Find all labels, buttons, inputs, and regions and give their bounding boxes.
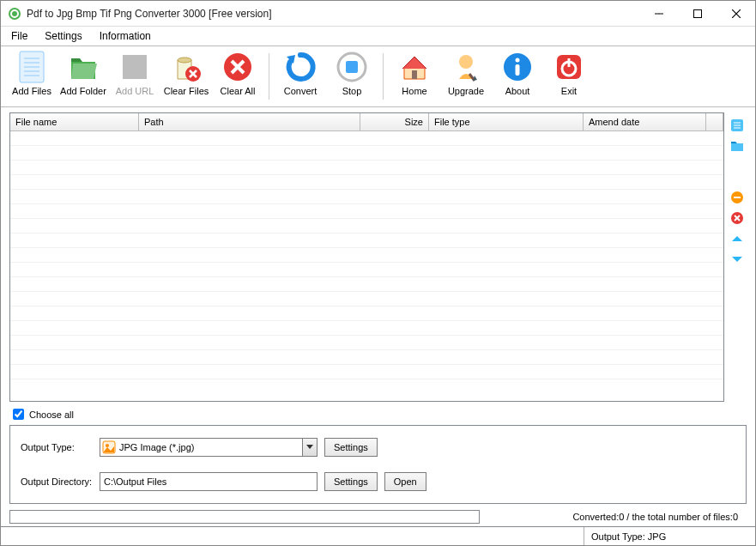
exit-label: Exit xyxy=(561,86,577,96)
col-path[interactable]: Path xyxy=(139,113,360,130)
upgrade-button[interactable]: Upgrade xyxy=(440,48,492,105)
clear-files-icon xyxy=(169,50,203,84)
menu-settings[interactable]: Settings xyxy=(41,28,85,44)
toolbar: Add Files Add Folder Add URL Clear Files… xyxy=(1,46,755,107)
upgrade-label: Upgrade xyxy=(448,86,484,96)
table-row xyxy=(10,131,723,146)
url-icon xyxy=(118,50,152,84)
stop-icon xyxy=(335,50,369,84)
convert-label: Convert xyxy=(284,86,318,96)
exit-icon xyxy=(552,50,586,84)
table-row xyxy=(10,365,723,379)
table-row xyxy=(10,321,723,336)
table-row xyxy=(10,248,723,263)
table-row xyxy=(10,219,723,234)
table-row xyxy=(10,175,723,190)
menu-bar: File Settings Information xyxy=(1,27,755,46)
svg-point-12 xyxy=(178,58,191,63)
clear-files-button[interactable]: Clear Files xyxy=(160,48,212,105)
side-delete-icon[interactable] xyxy=(729,210,745,226)
table-header: File name Path Size File type Amend date xyxy=(10,113,723,131)
side-move-down-icon[interactable] xyxy=(729,252,745,267)
choose-all-input[interactable] xyxy=(13,409,24,420)
about-label: About xyxy=(505,86,530,96)
clear-all-label: Clear All xyxy=(221,86,256,96)
table-row xyxy=(10,190,723,204)
side-buttons xyxy=(724,112,750,425)
table-row xyxy=(10,146,723,161)
home-button[interactable]: Home xyxy=(389,48,440,105)
add-folder-button[interactable]: Add Folder xyxy=(57,48,109,105)
svg-rect-11 xyxy=(123,55,147,79)
col-amend-date[interactable]: Amend date xyxy=(584,113,706,130)
col-file-name[interactable]: File name xyxy=(10,113,139,130)
add-folder-label: Add Folder xyxy=(60,86,106,96)
add-files-label: Add Files xyxy=(12,86,51,96)
table-row xyxy=(10,234,723,248)
side-add-file-icon[interactable] xyxy=(729,118,745,133)
stop-label: Stop xyxy=(342,86,362,96)
clear-all-button[interactable]: Clear All xyxy=(212,48,263,105)
choose-all-checkbox[interactable]: Choose all xyxy=(13,409,724,420)
col-size[interactable]: Size xyxy=(360,113,429,130)
table-row xyxy=(10,350,723,365)
svg-rect-2 xyxy=(693,9,701,17)
convert-icon xyxy=(283,50,318,84)
table-row xyxy=(10,161,723,175)
app-icon xyxy=(8,7,21,21)
col-file-type[interactable]: File type xyxy=(429,113,584,130)
table-row xyxy=(10,336,723,350)
table-row xyxy=(10,306,723,321)
menu-information[interactable]: Information xyxy=(96,28,154,44)
output-dir-open-button[interactable]: Open xyxy=(384,472,426,491)
toolbar-separator xyxy=(269,53,269,100)
status-output-type: Output Type: JPG xyxy=(584,527,755,545)
home-icon xyxy=(397,50,432,84)
stop-button[interactable]: Stop xyxy=(326,48,378,105)
svg-rect-21 xyxy=(412,70,417,79)
side-remove-icon[interactable] xyxy=(729,190,745,205)
chevron-down-icon xyxy=(302,439,317,456)
add-files-button[interactable]: Add Files xyxy=(6,48,57,105)
about-icon xyxy=(500,50,535,84)
output-dir-input[interactable]: C:\Output Files xyxy=(100,472,318,491)
output-dir-label: Output Directory: xyxy=(21,476,100,487)
minimize-button[interactable] xyxy=(639,1,678,26)
clear-files-label: Clear Files xyxy=(164,86,209,96)
output-panel: Output Type: JPG Image (*.jpg) Settings … xyxy=(9,425,747,504)
window-title: Pdf to Jpg Bmp Tif Png Converter 3000 [F… xyxy=(27,8,639,20)
exit-button[interactable]: Exit xyxy=(543,48,595,105)
table-row xyxy=(10,204,723,219)
progress-text: Converted:0 / the total number of files:… xyxy=(480,512,747,522)
clear-all-icon xyxy=(221,50,255,84)
svg-point-22 xyxy=(459,55,473,69)
maximize-button[interactable] xyxy=(678,1,717,26)
choose-all-label: Choose all xyxy=(29,410,74,420)
close-button[interactable] xyxy=(717,1,755,26)
about-button[interactable]: About xyxy=(492,48,543,105)
side-add-folder-icon[interactable] xyxy=(729,138,745,154)
output-type-value: JPG Image (*.jpg) xyxy=(119,442,194,452)
output-type-settings-button[interactable]: Settings xyxy=(324,438,378,457)
output-type-combo[interactable]: JPG Image (*.jpg) xyxy=(100,438,318,457)
file-table[interactable]: File name Path Size File type Amend date xyxy=(9,112,724,402)
menu-file[interactable]: File xyxy=(8,28,31,44)
svg-point-24 xyxy=(516,58,520,63)
col-extra[interactable] xyxy=(706,113,723,130)
svg-rect-20 xyxy=(346,61,358,73)
side-move-up-icon[interactable] xyxy=(729,231,745,246)
table-row xyxy=(10,292,723,306)
svg-point-39 xyxy=(106,444,109,447)
title-bar: Pdf to Jpg Bmp Tif Png Converter 3000 [F… xyxy=(1,1,755,27)
file-icon xyxy=(15,50,49,84)
add-url-button: Add URL xyxy=(109,48,160,105)
toolbar-separator xyxy=(383,53,384,100)
output-type-label: Output Type: xyxy=(21,442,100,452)
convert-button[interactable]: Convert xyxy=(275,48,326,105)
table-row xyxy=(10,263,723,277)
upgrade-icon xyxy=(449,50,483,84)
progress-row: Converted:0 / the total number of files:… xyxy=(9,509,747,525)
output-dir-settings-button[interactable]: Settings xyxy=(324,472,378,491)
table-body[interactable] xyxy=(10,131,723,401)
work-area: File name Path Size File type Amend date… xyxy=(1,107,755,425)
